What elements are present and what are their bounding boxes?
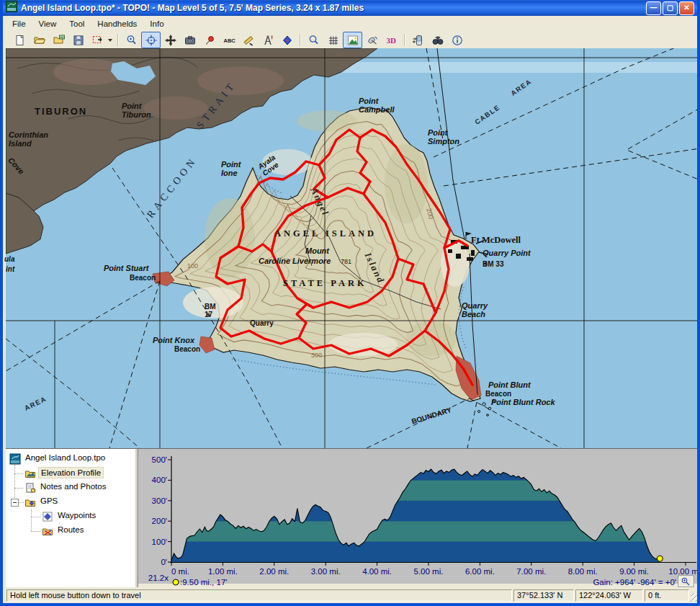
find-button[interactable] [304,32,323,48]
export-region-button[interactable] [88,32,107,48]
tree-collapse-gps[interactable] [11,499,19,507]
menu-info[interactable]: Info [143,17,170,30]
topo-map [6,48,700,448]
travel-cursor-marker[interactable] [657,556,663,561]
save-button[interactable] [68,32,88,48]
y-tick-label: 300' [152,496,167,505]
svg-text:ABC: ABC [223,37,235,44]
elevation-profile-panel[interactable]: 0'100'200'300'400'500'0 mi.1.00 mi.2.00 … [138,449,700,587]
tree-item-elevation-profile-icon [24,468,36,481]
handheld-sync-button[interactable] [408,32,428,48]
ruler-tool-icon [242,34,255,47]
svg-text:3D: 3D [386,36,396,45]
toolbar-separator [404,34,405,46]
status-message: Hold left mouse button down to travel [6,589,512,602]
x-tick-label: 1.00 mi. [208,567,238,576]
recenter-button[interactable] [141,32,161,48]
route-tool-button[interactable] [277,32,297,48]
app-icon [6,1,17,15]
photo-tool-icon [184,34,197,47]
profile-zoom-button[interactable] [678,576,694,587]
binoculars-search-icon [431,34,444,47]
minimize-button[interactable]: — [646,1,661,15]
tree-item-gps-icon [24,496,36,509]
three-d-view-button[interactable]: 3D [382,32,401,48]
text-tool-icon: ABC [223,34,235,47]
window-title: Angel Island Loop.tpo* - TOPO! - Map Lev… [21,3,646,13]
export-region-dropdown[interactable] [108,39,112,42]
open-state-series-button[interactable] [49,32,68,48]
elevation-profile-chart: 0'100'200'300'400'500'0 mi.1.00 mi.2.00 … [138,449,700,587]
status-latitude: 37°52.133' N [513,589,574,602]
open-button[interactable] [30,32,49,48]
tree-item-notes-and-photos-icon [24,482,36,495]
info-tool-button[interactable] [447,32,467,48]
pan-button[interactable] [161,32,180,48]
compass-tool-icon [261,34,274,47]
new-icon [14,34,27,47]
grid-toggle-icon [327,34,340,47]
bottom-panel: Angel Island Loop.tpoElevation ProfileNo… [6,448,700,587]
pushpin-tool-icon [203,34,216,47]
gps-tool-button[interactable] [362,32,382,48]
terrain-view-button[interactable] [343,32,362,48]
close-button[interactable]: ✕ [679,1,694,15]
open-icon [33,34,46,47]
sidebar-tree: Angel Island Loop.tpoElevation ProfileNo… [6,449,135,587]
menu-file[interactable]: File [6,17,32,30]
terrain-view-icon [346,34,359,47]
menu-view[interactable]: View [32,17,63,30]
toolbar-separator [117,34,119,46]
status-elevation: 0 ft. [645,589,689,602]
binoculars-search-button[interactable] [428,32,447,48]
gain-readout: Gain: +964' -964' = +0' [593,578,676,587]
new-button[interactable] [10,32,30,48]
find-icon [308,34,320,47]
tree-item-waypoints-icon [42,511,53,524]
gps-tool-icon [366,34,379,47]
x-tick-label: 2.00 mi. [259,567,289,576]
app-window: Angel Island Loop.tpo* - TOPO! - Map Lev… [0,0,700,606]
menu-handhelds[interactable]: Handhelds [91,17,143,30]
cursor-readout: :9.50 mi., 17' [180,578,227,587]
menu-bar: FileViewToolHandheldsInfo [6,16,694,32]
toolbar-separator [300,34,301,46]
zoom-in-icon [125,34,138,47]
x-tick-label: 9.00 mi. [619,567,649,576]
save-icon [72,34,85,47]
text-tool-button[interactable]: ABC [219,32,238,48]
x-tick-label: 5.00 mi. [414,567,444,576]
pushpin-tool-button[interactable] [199,32,219,48]
y-tick-label: 500' [152,455,167,464]
y-tick-label: 400' [152,476,167,484]
compass-tool-button[interactable] [258,32,277,48]
route-tool-icon [281,34,294,47]
x-tick-label: 8.00 mi. [568,567,598,576]
x-tick-label: 4.00 mi. [362,567,392,576]
title-bar[interactable]: Angel Island Loop.tpo* - TOPO! - Map Lev… [3,0,697,16]
y-tick-label: 200' [152,517,167,525]
y-tick-label: 0' [161,558,167,566]
y-tick-label: 100' [152,538,167,546]
handheld-sync-icon [412,34,425,47]
three-d-view-icon: 3D [385,34,398,47]
tree-item-routes-icon [42,525,53,538]
x-tick-label: 10.00 mi. [668,567,700,576]
info-tool-icon [451,34,464,47]
map-viewport[interactable] [6,48,700,448]
open-state-series-icon [53,34,66,47]
menu-tool[interactable]: Tool [63,17,91,30]
resize-grip[interactable] [691,593,699,602]
recenter-icon [145,34,158,47]
x-tick-label: 7.00 mi. [516,567,546,576]
grid-toggle-button[interactable] [323,32,343,48]
x-tick-label: 6.00 mi. [465,567,495,576]
zoom-in-button[interactable] [122,32,141,48]
toolbar: ABC3D [6,32,694,49]
x-tick-label: 0 mi. [171,567,189,576]
ruler-tool-button[interactable] [238,32,258,48]
vertical-exaggeration: 21.2x [148,574,169,582]
status-longitude: 122°24.063' W [575,589,643,602]
photo-tool-button[interactable] [180,32,199,48]
maximize-button[interactable]: ▢ [663,1,678,15]
